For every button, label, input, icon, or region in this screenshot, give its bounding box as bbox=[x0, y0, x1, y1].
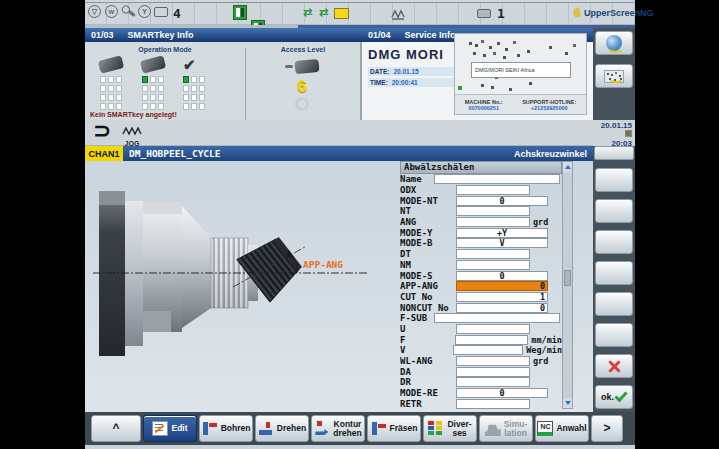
parameter-field[interactable]: 0 bbox=[456, 388, 548, 398]
softkey-blank-header[interactable] bbox=[594, 146, 634, 160]
time-value: 20:00:41 bbox=[392, 79, 418, 86]
parameter-field[interactable]: +Y bbox=[456, 228, 548, 238]
softkey-label: Diver- ses bbox=[447, 420, 471, 437]
softkey-blank-6[interactable] bbox=[595, 323, 633, 347]
machine-area-icon[interactable]: ⊃ bbox=[93, 121, 111, 141]
drehen-icon bbox=[258, 421, 274, 436]
service-map: DMG/MORI SEIKI Africa MACHINE No.: 00700… bbox=[454, 33, 587, 115]
softkey-blank-4[interactable] bbox=[595, 261, 633, 285]
parameter-field[interactable]: V bbox=[456, 238, 548, 248]
edit-icon bbox=[152, 421, 168, 436]
key-switch-icon bbox=[125, 11, 136, 14]
parameter-field[interactable] bbox=[456, 367, 530, 377]
smartkey-panel-header: 01/03 SMARTkey Info bbox=[85, 28, 362, 42]
chuck-body bbox=[99, 191, 125, 356]
softkey-blank-1[interactable] bbox=[595, 168, 633, 192]
parameter-field[interactable] bbox=[456, 185, 530, 195]
kontur-icon bbox=[314, 421, 330, 436]
scroll-up-button[interactable] bbox=[563, 162, 572, 172]
datetime-block: 20.01.15 20:03 bbox=[593, 120, 635, 146]
softkey-blank-3[interactable] bbox=[595, 230, 633, 254]
form-scrollbar[interactable] bbox=[562, 161, 573, 409]
mode-indicator-cell bbox=[158, 76, 164, 83]
fraesen-icon bbox=[371, 421, 387, 436]
parameter-field[interactable] bbox=[456, 324, 530, 334]
mode-indicator-cell bbox=[150, 94, 156, 101]
mode-indicator-cell bbox=[108, 76, 114, 83]
softkey-label: Fräsen bbox=[390, 424, 418, 433]
parameter-field[interactable]: 0 bbox=[456, 196, 548, 206]
parameter-field[interactable] bbox=[456, 217, 530, 227]
parameter-row: F-SUB bbox=[400, 313, 562, 324]
softkey-drehen[interactable]: Drehen bbox=[255, 415, 309, 442]
softkey-bohren[interactable]: Bohren bbox=[199, 415, 253, 442]
machine-no-value: 0070000251 bbox=[465, 105, 503, 111]
softkey-menu-up[interactable]: ^ bbox=[91, 415, 141, 442]
mode-indicator-cell bbox=[116, 76, 122, 83]
softkey-label: Kontur drehen bbox=[333, 420, 361, 437]
parameter-unit: grd bbox=[533, 217, 548, 227]
program-bar: DM_HOBPEEL_CYCLE Achskreuzwinkel bbox=[123, 146, 593, 161]
parameter-unit: mm/min bbox=[531, 335, 562, 345]
smartkey-status-message: Kein SMARTkey angelegt! bbox=[90, 111, 177, 118]
parameter-field[interactable]: 0 bbox=[456, 303, 548, 313]
parameter-field[interactable] bbox=[456, 377, 530, 387]
time-row: TIME: 20:00:41 bbox=[368, 78, 460, 87]
parameter-label: NT bbox=[400, 206, 456, 216]
footer-strip bbox=[85, 445, 635, 449]
cycle-parameter-form: Abwälzschälen NameODXMODE-NT0NTANGgrdMOD… bbox=[400, 161, 562, 409]
softkey-ok[interactable]: ok. bbox=[595, 385, 633, 409]
mode-indicator-cell bbox=[116, 94, 122, 101]
parameter-field[interactable]: 1 bbox=[456, 292, 548, 302]
parameter-field[interactable] bbox=[456, 260, 530, 270]
scrollbar-thumb[interactable] bbox=[564, 270, 571, 286]
softkey-label: > bbox=[603, 424, 610, 433]
mode-indicator-cell bbox=[199, 85, 205, 92]
softkey-diver-ses[interactable]: Diver- ses bbox=[423, 415, 477, 442]
ok-check-icon bbox=[614, 388, 627, 402]
handwheel-icon: Y bbox=[138, 5, 151, 18]
service-region-label: DMG/MORI SEIKI Africa bbox=[471, 62, 571, 78]
softkey-service-map[interactable] bbox=[595, 64, 633, 88]
softkey-cancel[interactable] bbox=[595, 354, 633, 378]
parameter-field[interactable] bbox=[453, 345, 523, 355]
mode-indicator-cell bbox=[183, 94, 189, 101]
softkey-edit[interactable]: Edit bbox=[143, 415, 197, 442]
softkey-blank-2[interactable] bbox=[595, 199, 633, 223]
parameter-row: APP-ANG0 bbox=[400, 281, 562, 292]
parameter-field[interactable]: 0 bbox=[456, 271, 548, 281]
parameter-field[interactable] bbox=[456, 249, 530, 259]
parameter-field[interactable] bbox=[456, 206, 530, 216]
softkey-blank-5[interactable] bbox=[595, 292, 633, 316]
diverses-icon bbox=[428, 421, 444, 436]
parameter-label: RETR bbox=[400, 399, 456, 409]
parameter-field[interactable] bbox=[434, 313, 560, 323]
parameter-label: DT bbox=[400, 249, 456, 259]
parameter-field-selected[interactable]: 0 bbox=[456, 281, 548, 291]
parameter-row: DR bbox=[400, 377, 562, 388]
softkey-anwahl[interactable]: Anwahl bbox=[535, 415, 589, 442]
softkey-kontur-drehen[interactable]: Kontur drehen bbox=[311, 415, 365, 442]
parameter-field[interactable] bbox=[456, 399, 530, 409]
hotline-label: SUPPORT-HOTLINE: bbox=[522, 99, 576, 105]
mode-indicator-cell bbox=[183, 103, 189, 110]
parameter-field[interactable] bbox=[456, 356, 530, 366]
softkey-simu-lation[interactable]: Simu- lation bbox=[479, 415, 533, 442]
chuck-jaw bbox=[125, 201, 143, 346]
parameter-label: MODE-Y bbox=[400, 228, 456, 238]
access-level-indicator: 6 bbox=[574, 6, 581, 20]
parameter-rows: NameODXMODE-NT0NTANGgrdMODE-Y+YMODE-BVDT… bbox=[400, 174, 562, 409]
parameter-field[interactable] bbox=[455, 335, 528, 345]
date-label: DATE: bbox=[370, 68, 389, 75]
softkey-fr-sen[interactable]: Fräsen bbox=[367, 415, 421, 442]
simulation-icon bbox=[485, 421, 501, 436]
softkey-menu-extend[interactable]: > bbox=[591, 415, 623, 442]
softkey-service-globe[interactable] bbox=[595, 31, 633, 55]
scroll-down-button[interactable] bbox=[563, 398, 572, 408]
parameter-label: CUT No bbox=[400, 292, 456, 302]
hmi-window: ▽ ᴡ Y 4 ⇄ ⇄ 1 6 UpperScreenNG 01/03 SMAR… bbox=[85, 0, 635, 449]
parameter-field[interactable] bbox=[434, 174, 560, 184]
date-value: 20.01.15 bbox=[393, 68, 418, 75]
parameter-row: RETR bbox=[400, 398, 562, 409]
mode-indicator-cell bbox=[158, 85, 164, 92]
